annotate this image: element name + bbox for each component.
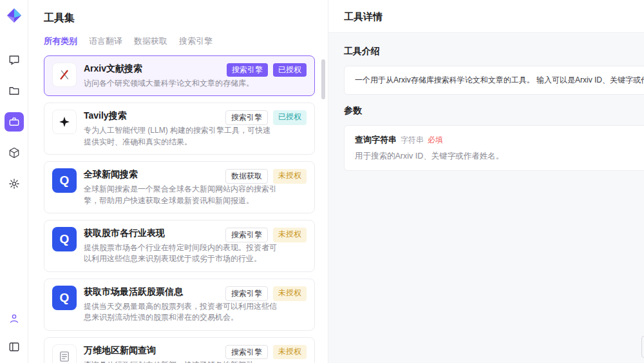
tool-card-list: Arxiv文献搜索 访问各个研究领域大量科学论文和文章的存储库。 搜索引擎 已授…	[44, 55, 328, 363]
tavily-sparkle-icon	[52, 110, 77, 134]
tab-all-categories[interactable]: 所有类别	[44, 35, 77, 47]
auth-status-badge: 已授权	[273, 63, 307, 77]
params-heading: 参数	[344, 105, 644, 117]
category-badge: 搜索引擎	[225, 228, 268, 242]
arxiv-logo-icon	[52, 63, 77, 87]
auth-status-badge: 未授权	[273, 169, 307, 184]
stock-sector-icon: Q	[52, 227, 77, 251]
tool-description: 提供当天交易量最高的股票列表，投资者可以利用这些信息来识别流动性强的股票和潜在的…	[84, 301, 277, 324]
param-description: 用于搜索的Arxiv ID、关键字或作者姓名。	[355, 151, 644, 162]
category-badge: 搜索引擎	[227, 63, 268, 77]
tool-detail-panel: 工具详情 工具介绍 一个用于从Arxiv存储库搜索科学论文和文章的工具。 输入可…	[328, 0, 644, 363]
icon-rail	[0, 0, 28, 363]
tool-description: 提供股票市场各个行业在特定时间段内的表现。投资者可以利用这些信息来识别表现优于或…	[84, 242, 277, 265]
page-title: 工具集	[44, 12, 328, 25]
tool-card-global-news[interactable]: Q 全球新闻搜索 全球新闻搜索是一个聚合全球各大新闻网站内容的搜索引擎，帮助用户…	[44, 161, 315, 213]
list-scrollbar[interactable]	[321, 59, 325, 99]
user-icon[interactable]	[5, 309, 24, 328]
category-badge: 搜索引擎	[225, 286, 268, 301]
folder-icon[interactable]	[5, 81, 24, 101]
auth-status-badge: 未授权	[273, 286, 307, 301]
param-name: 查询字符串	[355, 134, 397, 146]
app-logo-icon	[6, 8, 22, 23]
category-tabs: 所有类别 语言翻译 数据获取 搜索引擎	[44, 35, 328, 47]
tool-description: 全球新闻搜索是一个聚合全球各大新闻网站内容的搜索引擎，帮助用户快速获取全球最新资…	[84, 184, 277, 206]
auth-status-badge: 未授权	[273, 228, 307, 242]
auth-status-badge: 已授权	[273, 110, 307, 125]
detail-header: 工具详情	[328, 0, 644, 33]
toolbox-icon[interactable]	[5, 112, 24, 132]
regional-news-icon	[52, 344, 77, 363]
tool-description: 专为人工智能代理 (LLM) 构建的搜索引擎工具，可快速提供实时、准确和真实的结…	[84, 125, 277, 148]
package-icon[interactable]	[5, 143, 24, 162]
tool-card-stock-sector[interactable]: Q 获取股市各行业表现 提供股票市场各个行业在特定时间段内的表现。投资者可以利用…	[44, 220, 315, 272]
param-type: 字符串	[401, 135, 424, 146]
app-window: 工具集 所有类别 语言翻译 数据获取 搜索引擎 Arxiv文献搜索 访问各个研究…	[0, 0, 644, 363]
tool-description: 访问各个研究领域大量科学论文和文章的存储库。	[84, 78, 277, 89]
tab-data-fetch[interactable]: 数据获取	[134, 35, 167, 47]
tool-list-panel: 工具集 所有类别 语言翻译 数据获取 搜索引擎 Arxiv文献搜索 访问各个研究…	[28, 0, 328, 363]
tab-search-engine[interactable]: 搜索引擎	[179, 35, 213, 47]
intel-core-badge: intel CORE	[641, 336, 644, 358]
tool-card-regional-news[interactable]: 万维地区新闻查询 查询具体行政区划内的新闻，快速了解各地新闻动 搜索引擎 未授权	[44, 337, 315, 363]
tab-language-translation[interactable]: 语言翻译	[89, 35, 122, 47]
tool-card-arxiv[interactable]: Arxiv文献搜索 访问各个研究领域大量科学论文和文章的存储库。 搜索引擎 已授…	[44, 55, 315, 96]
category-badge: 数据获取	[225, 169, 268, 184]
category-badge: 搜索引擎	[225, 345, 268, 360]
global-news-icon: Q	[52, 168, 77, 193]
auth-status-badge: 未授权	[273, 345, 307, 360]
parameter-card: 查询字符串 字符串 必填 用于搜索的Arxiv ID、关键字或作者姓名。	[344, 125, 644, 171]
settings-icon[interactable]	[5, 174, 24, 193]
tool-card-tavily[interactable]: Tavily搜索 专为人工智能代理 (LLM) 构建的搜索引擎工具，可快速提供实…	[44, 103, 315, 155]
chat-icon[interactable]	[5, 50, 24, 70]
tool-description: 查询具体行政区划内的新闻，快速了解各地新闻动	[84, 360, 277, 363]
intro-card: 一个用于从Arxiv存储库搜索科学论文和文章的工具。 输入可以是Arxiv ID…	[344, 66, 644, 95]
panel-toggle-icon[interactable]	[5, 337, 24, 357]
tool-card-active-stocks[interactable]: Q 获取市场最活跃股票信息 提供当天交易量最高的股票列表，投资者可以利用这些信息…	[44, 279, 315, 331]
param-required-flag: 必填	[428, 135, 443, 146]
detail-title: 工具详情	[344, 11, 644, 23]
active-stock-icon: Q	[52, 286, 77, 310]
intro-text: 一个用于从Arxiv存储库搜索科学论文和文章的工具。 输入可以是Arxiv ID…	[355, 75, 644, 86]
intro-heading: 工具介绍	[344, 46, 644, 57]
category-badge: 搜索引擎	[225, 110, 268, 125]
